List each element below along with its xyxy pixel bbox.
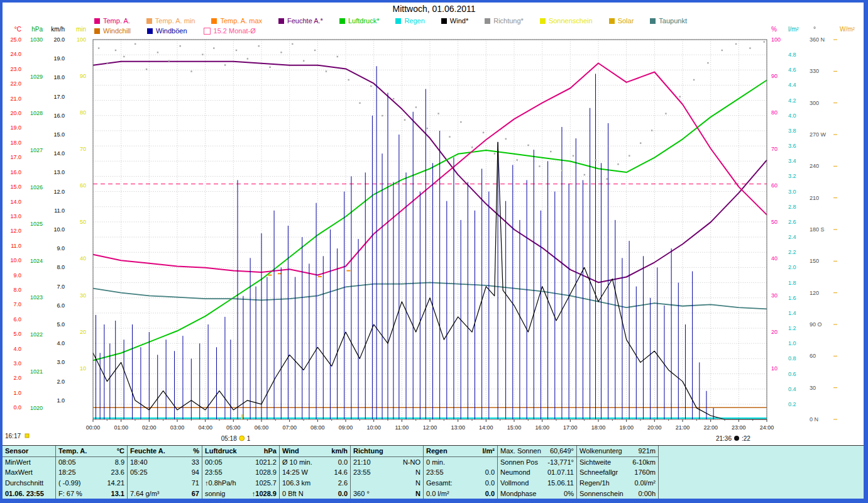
stats-table: SensorMinWertMaxWertDurchschnitt01.06. 2…: [3, 445, 864, 499]
table-cell: Vollmond15.06.11: [498, 478, 576, 489]
svg-text:min: min: [76, 26, 86, 33]
legend-marker-icon: [94, 18, 100, 24]
table-cell: 0.0 l/m²0.0: [424, 488, 497, 499]
svg-text:2.8: 2.8: [788, 204, 796, 210]
svg-text:1.2: 1.2: [788, 325, 796, 331]
table-cell: 0 Bft N0.0: [280, 488, 350, 499]
table-cell: 360 °N: [351, 488, 423, 499]
svg-text:01:00: 01:00: [114, 424, 128, 431]
legend-label: Sonnenschein: [549, 17, 593, 25]
svg-text:04:00: 04:00: [198, 424, 212, 431]
svg-text:90 O: 90 O: [810, 321, 822, 328]
svg-text:13:00: 13:00: [451, 424, 465, 431]
svg-text:18.0: 18.0: [10, 140, 21, 146]
legend-marker-icon: [211, 18, 217, 24]
legend-item-temp-a-: Temp. A.: [94, 17, 130, 25]
svg-text:15:00: 15:00: [507, 424, 522, 431]
svg-text:4.6: 4.6: [788, 67, 796, 73]
svg-text:20.0: 20.0: [10, 110, 21, 116]
svg-text:0.2: 0.2: [788, 401, 796, 407]
svg-text:0 N: 0 N: [810, 416, 818, 423]
legend-item-windb-en: Windböen: [147, 27, 187, 35]
table-cell: 23:551028.9: [202, 467, 279, 478]
legend-item-temp-a-min: Temp. A. min: [146, 17, 195, 25]
legend-marker-icon: [204, 28, 211, 35]
row-label: MinWert: [3, 457, 55, 468]
svg-text:4.8: 4.8: [788, 52, 796, 58]
table-cell: Mondphase0%: [498, 488, 576, 499]
legend-item-solar: Solar: [609, 17, 634, 25]
legend-item-feuchte-a-: Feuchte A.*: [278, 17, 323, 25]
legend-item-luftdruck-: Luftdruck*: [339, 17, 380, 25]
legend-label: Wind*: [450, 17, 468, 25]
table-cell: 23:55N: [351, 467, 423, 478]
svg-text:7.0: 7.0: [57, 284, 65, 290]
svg-text:5.0: 5.0: [57, 321, 65, 328]
svg-text:4.0: 4.0: [57, 340, 65, 346]
svg-text:°C: °C: [14, 26, 21, 33]
table-col-max-sonnen: Max. Sonnen60,649°Sonnen Pos-13,771°Neum…: [497, 446, 576, 499]
row-label: Durchschnitt: [3, 478, 55, 489]
svg-text:3.0: 3.0: [13, 360, 21, 367]
svg-text:9.0: 9.0: [57, 245, 65, 252]
table-cell: 08:058.9: [56, 457, 127, 468]
svg-text:5.0: 5.0: [13, 331, 21, 337]
svg-text:90: 90: [80, 73, 86, 79]
svg-text:l/m²: l/m²: [788, 26, 799, 33]
svg-text:%: %: [771, 26, 777, 33]
row-label: 01.06. 23:55: [3, 488, 55, 499]
svg-text:19.0: 19.0: [10, 124, 21, 131]
legend-label: Temp. A. min: [155, 17, 195, 25]
svg-text:1.6: 1.6: [788, 295, 796, 301]
svg-text:1026: 1026: [30, 184, 43, 191]
table-cell: Sonnen Pos-13,771°: [498, 457, 576, 468]
svg-text:0.4: 0.4: [788, 386, 796, 392]
svg-text:8.0: 8.0: [57, 264, 65, 270]
svg-text:6.0: 6.0: [57, 302, 65, 309]
svg-text:13.0: 13.0: [53, 169, 65, 175]
table-cell: 18:4033: [128, 457, 202, 468]
svg-text:1028: 1028: [30, 110, 43, 116]
legend-label: 15.2 Monat-Ø: [214, 27, 256, 35]
svg-text:4.4: 4.4: [788, 82, 796, 88]
svg-text:360 N: 360 N: [810, 36, 825, 43]
weather-chart-window: Mittwoch, 01.06.2011 Temp. A.Temp. A. mi…: [0, 0, 868, 503]
svg-text:270 W: 270 W: [810, 131, 827, 138]
legend-item-windchill: Windchill: [94, 27, 131, 35]
table-col-header: Windkm/h: [280, 446, 350, 457]
table-col-header: Wolkenunterg921m: [577, 446, 658, 457]
svg-text:150: 150: [810, 258, 819, 264]
legend-item-richtung-: Richtung*: [485, 17, 524, 25]
table-col-header: Feuchte A.%: [128, 446, 202, 457]
svg-text:km/h: km/h: [51, 26, 65, 33]
table-col-wind: Windkm/hØ 10 min.0.014:25 W14.6106.3 km2…: [279, 446, 350, 499]
table-cell: Regen/1h0.0l/m²: [577, 478, 658, 489]
svg-text:12:00: 12:00: [423, 424, 437, 431]
svg-text:2.0: 2.0: [57, 379, 65, 385]
table-col-header: Richtung: [351, 446, 423, 457]
svg-text:17:00: 17:00: [563, 424, 578, 431]
svg-text:16:00: 16:00: [535, 424, 549, 431]
svg-text:16.0: 16.0: [53, 113, 65, 119]
svg-text:4.0: 4.0: [13, 346, 21, 352]
table-col-header: Regenl/m²: [424, 446, 497, 457]
svg-text:19.0: 19.0: [53, 55, 65, 62]
svg-text:2.0: 2.0: [788, 264, 796, 270]
legend-label: Windböen: [156, 27, 187, 35]
legend-label: Temp. A.: [103, 17, 130, 25]
window-frame-top: [0, 0, 868, 3]
svg-text:30: 30: [771, 292, 777, 299]
chart-legend-row2: WindchillWindböen15.2 Monat-Ø: [94, 27, 256, 35]
svg-text:20: 20: [80, 329, 86, 335]
legend-marker-icon: [278, 18, 284, 24]
table-cell: 05:2594: [128, 467, 202, 478]
svg-text:4.2: 4.2: [788, 97, 796, 104]
table-col-header: LuftdruckhPa: [202, 446, 279, 457]
legend-item-sonnenschein: Sonnenschein: [540, 17, 593, 25]
svg-text:100: 100: [77, 36, 86, 43]
svg-text:1024: 1024: [30, 258, 43, 264]
svg-text:1023: 1023: [30, 294, 43, 301]
chart-legend-row1: Temp. A.Temp. A. minTemp. A. maxFeuchte …: [94, 17, 687, 25]
svg-text:17.0: 17.0: [10, 154, 21, 160]
svg-text:1.0: 1.0: [788, 340, 796, 346]
